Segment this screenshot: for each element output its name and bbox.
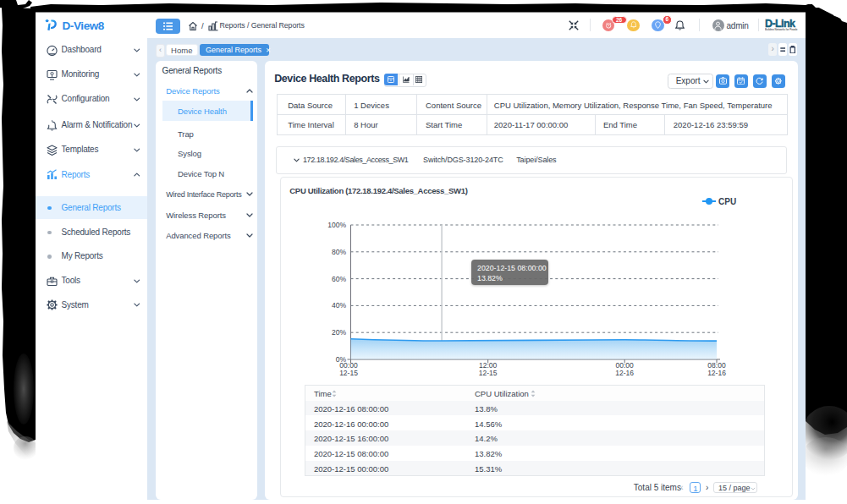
svg-text:12-16: 12-16 xyxy=(615,369,634,377)
svg-text:Building Networks for People: Building Networks for People xyxy=(765,28,798,30)
svg-text:40%: 40% xyxy=(332,301,346,310)
svg-text:12-15: 12-15 xyxy=(479,369,498,377)
svg-text:80%: 80% xyxy=(332,248,346,256)
svg-text:100%: 100% xyxy=(327,221,346,229)
svg-text:60%: 60% xyxy=(332,275,346,283)
svg-text:12-16: 12-16 xyxy=(707,369,726,377)
svg-text:12-15: 12-15 xyxy=(339,369,358,377)
svg-text:20%: 20% xyxy=(332,328,346,337)
